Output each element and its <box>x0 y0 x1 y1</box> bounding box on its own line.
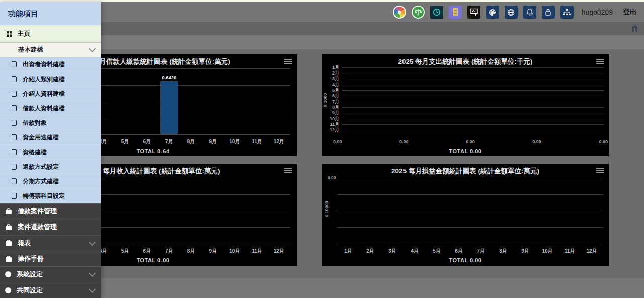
sidebar-item-label: 報表 <box>18 239 31 248</box>
chart-menu-icon[interactable] <box>596 168 604 174</box>
sidebar-header: 功能項目 <box>0 2 101 25</box>
chart-y-tick: 0.00 <box>328 175 336 180</box>
sitemap-icon[interactable] <box>560 6 574 19</box>
x-tick-label: 0.00 <box>599 139 608 144</box>
y-tick-label: 4月 <box>326 82 339 87</box>
x-tick-label: 6月 <box>136 138 158 145</box>
sidebar-item-12[interactable]: 借款案件管理 <box>0 203 101 219</box>
x-tick-label: 11月 <box>246 248 268 255</box>
logout-button[interactable]: 登出 <box>623 8 637 17</box>
category-row: 7月 <box>326 99 605 104</box>
lock-icon[interactable] <box>542 6 555 19</box>
sidebar-item-3[interactable]: 介紹人類別建檔 <box>0 72 101 87</box>
sidebar-item-label: 共同設定 <box>17 286 43 295</box>
globe-icon[interactable] <box>505 6 518 19</box>
checkbox-icon <box>12 149 17 155</box>
sidebar-item-label: 還款方式設定 <box>23 163 59 171</box>
sidebar-item-7[interactable]: 資金用途建檔 <box>0 130 101 145</box>
chart-axis-label: X 1000 <box>323 93 328 108</box>
palette-icon[interactable] <box>486 6 499 19</box>
x-tick-label: 9月 <box>202 138 224 145</box>
x-tick-label: 5月 <box>426 248 448 255</box>
sidebar-item-9[interactable]: 還款方式設定 <box>0 160 101 174</box>
trash-icon[interactable] <box>631 25 638 33</box>
category-row: 12月 <box>326 127 605 133</box>
sidebar-item-0[interactable]: 主頁 <box>0 25 101 43</box>
chart-menu-icon[interactable] <box>284 168 292 174</box>
x-tick-label: 8月 <box>180 138 202 145</box>
gridline <box>342 90 604 91</box>
sidebar-item-label: 基本建檔 <box>18 46 43 54</box>
x-tick-label: 2月 <box>359 248 381 255</box>
y-tick-label: 10月 <box>326 116 339 121</box>
sidebar-item-label: 介紹人類別建檔 <box>23 75 65 84</box>
bar-7月 <box>160 81 178 134</box>
chart-panel-expense: 2025 每月支出統計圖表 (統計金額單位:千元) 1月2月3月4月5月6月7月… <box>322 54 609 156</box>
sidebar-item-5[interactable]: 借款人資料建檔 <box>0 101 101 116</box>
sidebar-item-label: 分期方式建檔 <box>23 177 59 186</box>
gridline <box>342 119 604 119</box>
gridline <box>337 178 603 178</box>
clock-icon[interactable] <box>430 6 443 19</box>
whiteboard-icon[interactable] <box>467 6 480 19</box>
x-tick-label: 0.00 <box>466 139 475 144</box>
scroll-icon[interactable] <box>449 6 462 19</box>
sidebar-item-label: 資金用途建檔 <box>23 133 59 142</box>
sidebar-item-label: 案件還款管理 <box>18 222 57 232</box>
sidebar-item-1[interactable]: 基本建檔 <box>0 43 101 57</box>
x-tick-label: 5月 <box>114 248 136 255</box>
brand-logo-icon[interactable] <box>393 6 406 19</box>
checkbox-icon <box>12 178 17 184</box>
username-label: hugo0209 <box>582 8 613 16</box>
category-row: 6月 <box>326 93 605 99</box>
sidebar-item-13[interactable]: 案件還款管理 <box>0 219 101 235</box>
x-tick-label: 6月 <box>136 248 158 255</box>
chart-menu-icon[interactable] <box>284 59 292 65</box>
category-row: 3月 <box>326 76 605 82</box>
x-tick-label: 0.00 <box>399 139 409 144</box>
y-tick-label: 1月 <box>326 65 339 69</box>
chevron-down-icon <box>89 286 96 293</box>
checkbox-icon <box>12 91 17 97</box>
y-tick-label: 3月 <box>326 77 339 81</box>
y-tick-label: 6月 <box>326 94 339 98</box>
y-tick-label: 12月 <box>326 128 339 132</box>
sidebar-item-11[interactable]: 轉傳票科目設定 <box>0 189 101 203</box>
x-tick-label: 12月 <box>268 138 290 145</box>
chart-total: TOTAL 0.00 <box>322 257 609 263</box>
x-tick-label: 1月 <box>337 248 359 255</box>
bar-value-label: 0.6420 <box>162 74 176 80</box>
briefcase-icon <box>5 256 12 262</box>
sidebar-item-label: 借款人資料建檔 <box>23 104 65 113</box>
checkbox-icon <box>12 193 17 199</box>
x-tick-label: 0.00 <box>532 139 541 144</box>
x-tick-label: 11月 <box>246 138 268 145</box>
sidebar-item-6[interactable]: 借款對象 <box>0 116 101 130</box>
briefcase-icon <box>5 208 12 215</box>
chart-total: TOTAL 0.00 <box>322 148 609 154</box>
sidebar-item-17[interactable]: 共同設定 <box>0 282 101 297</box>
sidebar-item-14[interactable]: 報表 <box>0 235 101 251</box>
balance-icon[interactable] <box>412 6 425 19</box>
sidebar-item-4[interactable]: 介紹人資料建檔 <box>0 87 101 101</box>
chart-plot <box>337 178 603 244</box>
x-tick-label: 0.00 <box>333 139 342 144</box>
sidebar-item-16[interactable]: 系統設定 <box>0 266 101 282</box>
sidebar-item-10[interactable]: 分期方式建檔 <box>0 174 101 189</box>
chevron-down-icon <box>89 270 96 277</box>
grid-icon <box>7 31 12 37</box>
checkbox-icon <box>12 120 17 126</box>
chart-categories: 1月2月3月4月5月6月7月8月9月10月11月12月 <box>337 248 603 255</box>
checkbox-icon <box>12 105 17 111</box>
gridline <box>342 79 604 79</box>
bell-icon[interactable] <box>523 6 536 19</box>
y-tick-label: 7月 <box>326 99 339 104</box>
gridline <box>337 227 603 228</box>
gridline <box>342 73 604 73</box>
x-tick-label: 9月 <box>202 248 224 255</box>
sidebar-item-8[interactable]: 資格建檔 <box>0 145 101 160</box>
x-tick-label: 8月 <box>180 248 202 255</box>
sidebar-item-2[interactable]: 出資者資料建檔 <box>0 57 101 72</box>
sidebar-item-label: 資格建檔 <box>23 148 47 157</box>
sidebar-item-15[interactable]: 操作手冊 <box>0 251 101 266</box>
